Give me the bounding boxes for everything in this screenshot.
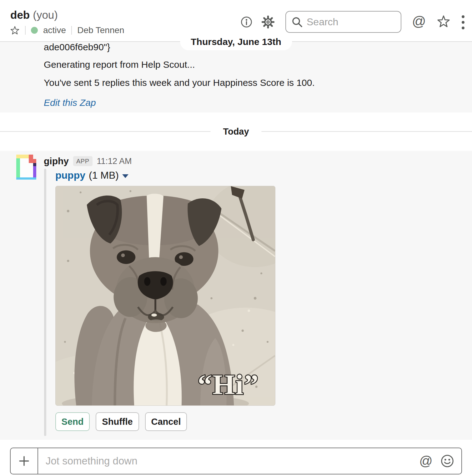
- divider: [25, 26, 26, 35]
- file-attachment-bar: [44, 169, 46, 436]
- presence-dot: [31, 27, 38, 34]
- info-icon[interactable]: [240, 16, 253, 28]
- search-icon: [291, 16, 303, 28]
- starred-items-icon[interactable]: [437, 15, 450, 28]
- edit-zap-link[interactable]: Edit this Zap: [44, 97, 96, 108]
- today-divider-label: Today: [210, 126, 261, 137]
- emoji-icon[interactable]: [440, 454, 454, 468]
- page-title-suffix: (you): [33, 9, 58, 21]
- channel-meta-row: active Deb Tennen: [10, 25, 124, 36]
- gif-action-buttons: Send Shuffle Cancel: [55, 412, 187, 431]
- sender-name[interactable]: giphy: [44, 156, 69, 166]
- mentions-icon[interactable]: @: [412, 13, 426, 29]
- search-box: [285, 11, 401, 33]
- gif-caption: “Hi”: [198, 369, 259, 400]
- previous-message-block: ade006f6eb90"} Generating report from He…: [0, 42, 472, 112]
- message-composer: @: [10, 448, 462, 474]
- search-input[interactable]: [307, 12, 399, 32]
- status-label: active: [43, 25, 66, 35]
- file-size: (1 MB): [89, 170, 119, 181]
- message-text: Generating report from Help Scout...: [44, 59, 195, 70]
- channel-title-row: deb(you): [10, 9, 58, 21]
- plus-icon: [18, 455, 30, 467]
- more-options-icon[interactable]: [462, 15, 464, 29]
- message-header-row: giphy APP 11:12 AM: [44, 155, 132, 167]
- chevron-down-icon[interactable]: [122, 174, 128, 178]
- shuffle-button[interactable]: Shuffle: [96, 412, 139, 431]
- cancel-button[interactable]: Cancel: [145, 412, 187, 431]
- message-timestamp[interactable]: 11:12 AM: [97, 156, 132, 166]
- mention-icon[interactable]: @: [419, 454, 433, 469]
- star-icon[interactable]: [10, 26, 20, 35]
- message-text: You've sent 5 replies this week and your…: [44, 77, 315, 88]
- send-button[interactable]: Send: [55, 412, 90, 431]
- app-badge: APP: [73, 156, 93, 166]
- attach-button[interactable]: [11, 448, 38, 474]
- file-name-link[interactable]: puppy: [55, 170, 85, 181]
- divider: [71, 26, 72, 35]
- user-full-name: Deb Tennen: [77, 25, 124, 35]
- date-divider-pill[interactable]: Thursday, June 13th: [180, 33, 292, 50]
- message-text: ade006f6eb90"}: [44, 42, 110, 53]
- giphy-avatar[interactable]: [16, 155, 36, 180]
- slack-window: deb(you) active Deb Tennen: [0, 0, 472, 476]
- file-title-row: puppy (1 MB): [55, 169, 128, 181]
- giphy-message-block: giphy APP 11:12 AM puppy (1 MB): [0, 151, 472, 440]
- composer-icons: @: [419, 448, 461, 474]
- gear-icon[interactable]: [261, 15, 275, 29]
- message-input[interactable]: [38, 448, 419, 474]
- gif-preview-image[interactable]: “Hi”: [55, 186, 275, 406]
- page-title: deb: [10, 9, 30, 21]
